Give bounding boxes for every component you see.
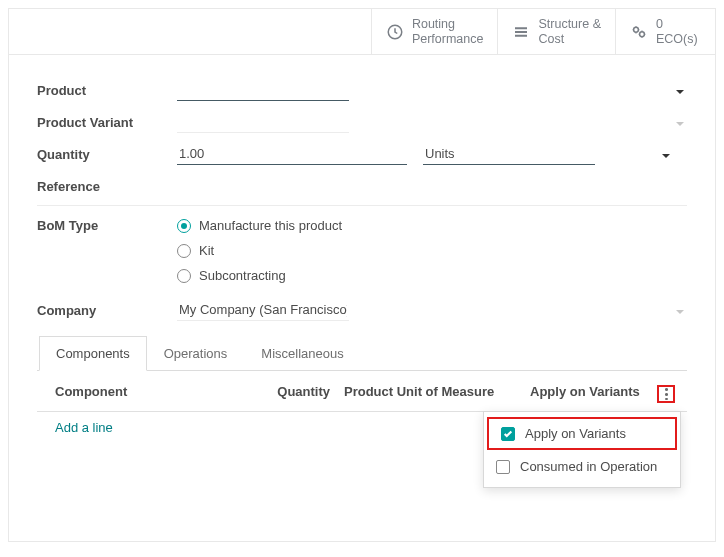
components-header-row: Component Quantity Product Unit of Measu… xyxy=(37,371,687,412)
stat-line1: Routing xyxy=(412,17,484,31)
product-label: Product xyxy=(37,83,177,98)
header-quantity: Quantity xyxy=(260,384,330,399)
menu-consumed-in-operation[interactable]: Consumed in Operation xyxy=(484,452,680,481)
radio-icon xyxy=(177,244,191,258)
bom-form-view: Routing Performance Structure & Cost 0 E… xyxy=(8,8,716,542)
menu-apply-on-variants[interactable]: Apply on Variants xyxy=(487,417,677,450)
gears-icon xyxy=(630,23,648,41)
checkbox-unchecked-icon xyxy=(496,460,510,474)
header-component: Component xyxy=(55,384,260,399)
radio-icon xyxy=(177,269,191,283)
svg-point-1 xyxy=(634,27,639,32)
svg-point-2 xyxy=(640,31,645,36)
menu-label: Apply on Variants xyxy=(525,426,626,441)
variant-label: Product Variant xyxy=(37,115,177,130)
clock-icon xyxy=(386,23,404,41)
routing-performance-button[interactable]: Routing Performance xyxy=(371,9,498,54)
ecos-button[interactable]: 0 ECO(s) xyxy=(615,9,715,54)
form-body: Product Product Variant Quantity xyxy=(9,55,715,541)
columns-kebab-button[interactable] xyxy=(657,385,675,403)
company-label: Company xyxy=(37,303,177,318)
bom-type-manufacture[interactable]: Manufacture this product xyxy=(177,218,342,233)
radio-label: Subcontracting xyxy=(199,268,286,283)
uom-field[interactable] xyxy=(423,143,595,165)
reference-field[interactable] xyxy=(177,175,687,197)
bom-type-label: BoM Type xyxy=(37,216,177,233)
menu-label: Consumed in Operation xyxy=(520,459,657,474)
stat-line2: Cost xyxy=(538,32,601,46)
caret-down-icon xyxy=(675,117,685,132)
product-field[interactable] xyxy=(177,79,349,101)
tab-miscellaneous[interactable]: Miscellaneous xyxy=(244,336,360,371)
structure-cost-button[interactable]: Structure & Cost xyxy=(497,9,615,54)
quantity-label: Quantity xyxy=(37,147,177,162)
stat-line1: Structure & xyxy=(538,17,601,31)
tab-components[interactable]: Components xyxy=(39,336,147,371)
bom-type-radio-group: Manufacture this product Kit Subcontract… xyxy=(177,216,342,283)
radio-label: Manufacture this product xyxy=(199,218,342,233)
components-page: Component Quantity Product Unit of Measu… xyxy=(37,371,687,533)
header-apply-variants: Apply on Variants xyxy=(510,384,655,399)
stat-line2: Performance xyxy=(412,32,484,46)
list-icon xyxy=(512,23,530,41)
reference-label: Reference xyxy=(37,179,177,194)
caret-down-icon xyxy=(675,305,685,320)
header-uom: Product Unit of Measure xyxy=(330,384,510,399)
bom-type-subcontracting[interactable]: Subcontracting xyxy=(177,268,342,283)
optional-columns-menu: Apply on Variants Consumed in Operation xyxy=(483,411,681,488)
stat-button-bar: Routing Performance Structure & Cost 0 E… xyxy=(9,9,715,55)
tab-operations[interactable]: Operations xyxy=(147,336,245,371)
bom-type-kit[interactable]: Kit xyxy=(177,243,342,258)
stat-line1: 0 xyxy=(656,17,698,31)
caret-down-icon xyxy=(675,85,685,100)
radio-label: Kit xyxy=(199,243,214,258)
caret-down-icon xyxy=(661,149,671,164)
notebook-tabs: Components Operations Miscellaneous xyxy=(37,335,687,371)
product-variant-field[interactable] xyxy=(177,111,349,133)
checkbox-checked-icon xyxy=(501,427,515,441)
radio-icon xyxy=(177,219,191,233)
quantity-field[interactable] xyxy=(177,143,407,165)
stat-line2: ECO(s) xyxy=(656,32,698,46)
company-field[interactable] xyxy=(177,299,349,321)
